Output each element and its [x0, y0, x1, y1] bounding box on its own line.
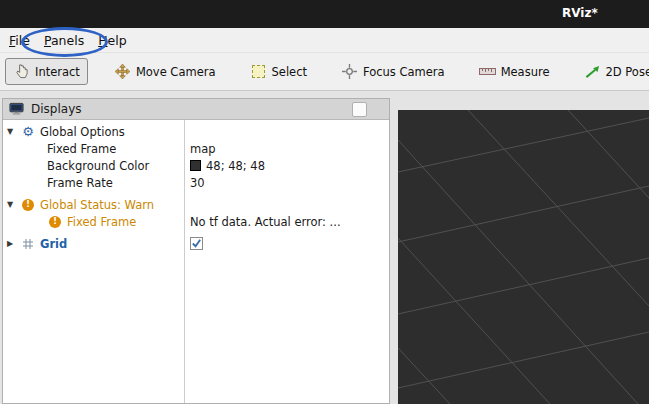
- move-arrows-icon: [114, 63, 131, 80]
- focus-camera-tool-button[interactable]: Focus Camera: [333, 58, 453, 85]
- crosshair-icon: [341, 63, 358, 80]
- background-color-label: Background Color: [47, 159, 149, 173]
- global-status-label: Global Status: Warn: [40, 198, 154, 212]
- toolbar: Interact Move Camera Select Focus Camera…: [0, 53, 649, 91]
- ground-grid-lines: [398, 110, 649, 404]
- select-label: Select: [272, 65, 307, 79]
- pose-estimate-label: 2D Pose Esti: [606, 65, 649, 79]
- status-message-text: No tf data. Actual error: ...: [190, 215, 341, 229]
- fixed-frame-label: Fixed Frame: [47, 142, 116, 156]
- titlebar: RViz*: [0, 0, 649, 28]
- measure-label: Measure: [501, 65, 550, 79]
- status-fixed-frame-label: Fixed Frame: [67, 215, 136, 229]
- tree-row-fixed-frame[interactable]: Fixed Frame map: [3, 140, 389, 157]
- grid-enabled-checkbox[interactable]: [190, 237, 203, 250]
- global-options-label: Global Options: [40, 125, 125, 139]
- interact-tool-button[interactable]: Interact: [5, 58, 88, 85]
- warning-icon: !: [47, 216, 63, 228]
- gear-icon: ⚙: [20, 124, 36, 139]
- 3d-viewport[interactable]: [398, 110, 649, 404]
- tree-row-grid[interactable]: ▶ Grid: [3, 235, 389, 252]
- displays-tree: ▼ ⚙ Global Options Fixed Frame map: [3, 120, 389, 403]
- menu-help[interactable]: Help: [91, 31, 134, 50]
- select-tool-button[interactable]: Select: [242, 58, 315, 85]
- fixed-frame-value-text: map: [190, 142, 216, 156]
- menu-panels-mnemonic: P: [44, 33, 51, 48]
- tree-row-global-options[interactable]: ▼ ⚙ Global Options: [3, 123, 389, 140]
- expander-right-icon[interactable]: ▶: [7, 239, 20, 248]
- displays-panel: Displays ▼ ⚙ Global Options Fixed Frame: [2, 98, 390, 404]
- status-fixed-frame-message: No tf data. Actual error: ...: [184, 215, 341, 229]
- displays-panel-header[interactable]: Displays: [3, 99, 389, 120]
- focus-camera-label: Focus Camera: [363, 65, 445, 79]
- pose-estimate-tool-button[interactable]: 2D Pose Esti: [576, 58, 649, 85]
- hand-cursor-icon: [13, 63, 30, 80]
- panel-header-button[interactable]: [352, 102, 367, 117]
- rviz-window: RViz* File Panels Help Interact Move Cam…: [0, 0, 649, 404]
- menu-file[interactable]: File: [2, 31, 37, 50]
- window-title: RViz*: [562, 6, 598, 20]
- frame-rate-value[interactable]: 30: [184, 176, 205, 190]
- expander-down-icon[interactable]: ▼: [7, 200, 20, 209]
- menubar: File Panels Help: [0, 28, 649, 53]
- menu-help-mnemonic: H: [98, 33, 107, 48]
- ruler-icon: [479, 63, 496, 80]
- monitor-icon: [8, 101, 25, 118]
- frame-rate-label: Frame Rate: [47, 176, 113, 190]
- color-swatch: [190, 160, 201, 171]
- fixed-frame-value[interactable]: map: [184, 142, 216, 156]
- interact-label: Interact: [35, 65, 80, 79]
- move-camera-label: Move Camera: [136, 65, 216, 79]
- menu-panels[interactable]: Panels: [37, 31, 91, 50]
- menu-help-label: elp: [108, 33, 127, 48]
- background-color-value-text: 48; 48; 48: [206, 159, 265, 173]
- menu-panels-label: anels: [51, 33, 84, 48]
- tree-row-background-color[interactable]: Background Color 48; 48; 48: [3, 157, 389, 174]
- tree-row-frame-rate[interactable]: Frame Rate 30: [3, 174, 389, 191]
- tree-row-global-status[interactable]: ▼ ! Global Status: Warn: [3, 196, 389, 213]
- measure-tool-button[interactable]: Measure: [471, 58, 558, 85]
- background-color-value[interactable]: 48; 48; 48: [184, 159, 265, 173]
- selection-box-icon: [250, 63, 267, 80]
- warning-icon: !: [20, 199, 36, 211]
- expander-down-icon[interactable]: ▼: [7, 127, 20, 136]
- grid-display-label: Grid: [40, 237, 67, 251]
- column-separator[interactable]: [184, 120, 185, 403]
- grid-icon: [20, 238, 36, 250]
- green-arrow-icon: [584, 63, 601, 80]
- main-area: Displays ▼ ⚙ Global Options Fixed Frame: [0, 91, 649, 404]
- displays-panel-title: Displays: [31, 102, 81, 116]
- move-camera-tool-button[interactable]: Move Camera: [106, 58, 224, 85]
- tree-row-status-fixed-frame[interactable]: ! Fixed Frame No tf data. Actual error: …: [3, 213, 389, 230]
- menu-file-label: ile: [15, 33, 30, 48]
- frame-rate-value-text: 30: [190, 176, 205, 190]
